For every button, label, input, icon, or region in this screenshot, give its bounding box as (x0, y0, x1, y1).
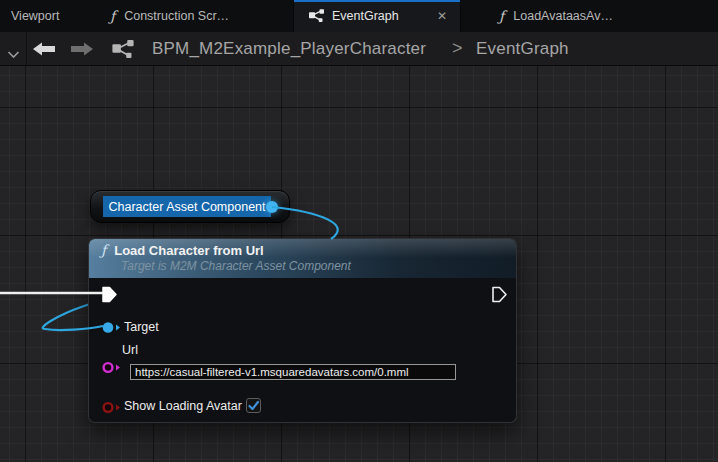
tab-eventgraph[interactable]: EventGraph ✕ (293, 0, 461, 32)
show-loading-avatar-label: Show Loading Avatar (124, 399, 242, 413)
chevron-down-icon[interactable] (7, 45, 20, 63)
function-node-header[interactable]: ƒ Load Character from Url Target is M2M … (89, 239, 516, 278)
graph-icon (112, 40, 134, 62)
node-character-asset-component[interactable]: Character Asset Component (90, 190, 290, 223)
tab-construction-script-label: Construction Scr… (124, 9, 229, 23)
breadcrumb-blueprint[interactable]: BPM_M2Example_PlayerCharacter (152, 32, 426, 65)
tab-viewport-label: Viewport (11, 9, 59, 23)
graph-icon (309, 9, 324, 25)
graph-toolbar: BPM_M2Example_PlayerCharacter > EventGra… (0, 32, 718, 66)
target-pin[interactable] (102, 320, 121, 338)
breadcrumb-graph[interactable]: EventGraph (476, 32, 569, 65)
object-output-pin[interactable] (266, 201, 278, 213)
exec-in-pin[interactable] (101, 286, 118, 307)
breadcrumb-separator: > (452, 32, 463, 65)
function-icon: ƒ (101, 242, 106, 258)
url-input[interactable] (130, 364, 456, 380)
function-node-title: Load Character from Url (114, 243, 264, 258)
getter-node-title[interactable]: Character Asset Component (103, 196, 271, 217)
url-pin-label: Url (122, 343, 138, 357)
tab-loadavatarasavatar-label: LoadAvataasAv… (513, 9, 613, 23)
divider (26, 32, 27, 65)
tab-loadavatarasavatar[interactable]: ƒ LoadAvataasAv… (461, 0, 651, 32)
target-pin-label: Target (124, 320, 159, 334)
close-icon[interactable]: ✕ (437, 10, 447, 22)
event-graph-canvas[interactable]: Character Asset Component ƒ Load Charact… (0, 66, 718, 462)
function-node-subtitle: Target is M2M Character Asset Component (121, 259, 351, 273)
show-loading-avatar-checkbox[interactable] (246, 398, 261, 413)
show-loading-avatar-pin[interactable] (102, 400, 121, 418)
node-load-character-from-url[interactable]: ƒ Load Character from Url Target is M2M … (88, 238, 517, 423)
tab-viewport[interactable]: Viewport (0, 0, 95, 32)
function-icon: ƒ (110, 8, 115, 24)
editor-tab-bar: Viewport ƒ Construction Scr… EventGraph … (0, 0, 718, 32)
back-button[interactable] (33, 42, 56, 60)
exec-out-pin[interactable] (491, 286, 508, 307)
url-pin[interactable] (102, 360, 121, 378)
tab-construction-script[interactable]: ƒ Construction Scr… (95, 0, 293, 32)
forward-button[interactable] (70, 42, 93, 60)
tab-eventgraph-label: EventGraph (332, 9, 399, 23)
function-icon: ƒ (499, 8, 504, 24)
